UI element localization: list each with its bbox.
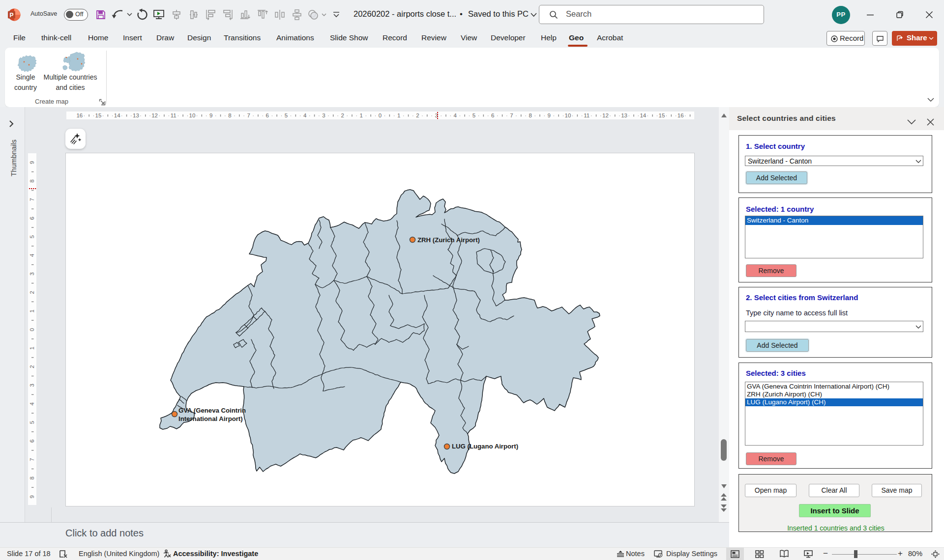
svg-text:6: 6 [29,217,35,220]
svg-text:5: 5 [29,421,35,424]
svg-text:6: 6 [29,440,35,443]
svg-text:15: 15 [659,112,665,118]
svg-text:10: 10 [189,112,196,118]
svg-text:9: 9 [29,495,35,498]
svg-text:2: 2 [416,112,419,118]
svg-text:8: 8 [529,112,531,118]
svg-text:4: 4 [454,112,457,118]
svg-text:7: 7 [29,198,35,201]
svg-text:12: 12 [602,112,609,118]
svg-text:2: 2 [29,291,35,294]
svg-text:16: 16 [76,112,83,118]
svg-text:4: 4 [29,253,35,257]
svg-text:14: 14 [640,112,646,118]
svg-text:7: 7 [510,112,513,118]
svg-text:6: 6 [491,112,494,118]
svg-text:1: 1 [397,112,400,118]
svg-text:4: 4 [303,112,307,118]
svg-text:16: 16 [678,112,684,118]
svg-text:5: 5 [29,235,35,238]
svg-text:15: 15 [95,112,102,118]
svg-text:6: 6 [266,112,269,118]
svg-text:3: 3 [29,384,35,387]
svg-text:7: 7 [29,458,35,461]
svg-text:8: 8 [228,112,231,118]
svg-text:7: 7 [247,112,250,118]
svg-text:8: 8 [29,179,35,182]
svg-text:8: 8 [29,476,35,479]
svg-text:9: 9 [548,112,551,118]
svg-text:3: 3 [322,112,325,118]
svg-text:5: 5 [285,112,288,118]
svg-text:0: 0 [379,112,382,118]
svg-text:1: 1 [360,112,363,118]
svg-text:2: 2 [341,112,344,118]
svg-text:1: 1 [29,309,35,312]
svg-text:5: 5 [472,112,475,118]
svg-text:0: 0 [29,328,35,331]
svg-text:3: 3 [29,272,35,275]
svg-text:13: 13 [133,112,139,118]
svg-text:1: 1 [29,347,35,350]
svg-text:9: 9 [209,112,212,118]
svg-text:11: 11 [584,112,590,118]
svg-text:9: 9 [29,161,35,164]
svg-text:10: 10 [565,112,571,118]
svg-text:13: 13 [621,112,627,118]
svg-text:4: 4 [29,402,35,405]
svg-text:2: 2 [29,365,35,368]
svg-text:P: P [9,12,13,19]
svg-text:11: 11 [171,112,177,118]
svg-text:14: 14 [114,112,120,118]
svg-text:3: 3 [435,112,438,118]
svg-text:12: 12 [151,112,158,118]
